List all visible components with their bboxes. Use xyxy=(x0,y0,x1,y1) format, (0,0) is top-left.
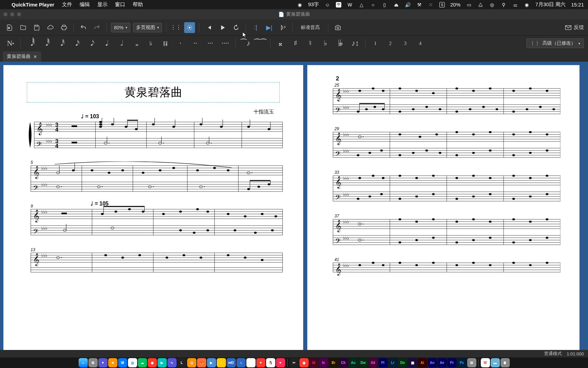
dock-photoshop[interactable]: Ps xyxy=(457,358,467,367)
dock-wps[interactable]: W xyxy=(481,358,490,367)
dock-dreamweaver[interactable]: Dw xyxy=(359,358,368,367)
eject-icon[interactable]: ⏏ xyxy=(393,2,399,8)
redo-button[interactable] xyxy=(92,22,102,33)
new-file-button[interactable] xyxy=(4,22,15,33)
menu-help[interactable]: 帮助 xyxy=(133,1,143,8)
title-frame[interactable]: 黄泉碧落曲 xyxy=(27,82,280,103)
64th-note-button[interactable]: 𝅘𝅥𝅲 xyxy=(24,37,37,49)
dock-indesign[interactable]: Id xyxy=(309,358,318,367)
dock-app15[interactable]: ⊞ xyxy=(467,358,476,367)
dock-musescore[interactable]: mƱ xyxy=(227,358,236,367)
double-dot-button[interactable]: ·· xyxy=(189,37,202,49)
zoom-select[interactable]: 80%▾ xyxy=(111,23,130,32)
dot-button[interactable]: · xyxy=(174,37,187,49)
dock-bridge[interactable]: Br xyxy=(329,358,338,367)
flip-button[interactable]: ♪↕ xyxy=(349,37,362,49)
search-icon[interactable]: ⚲ xyxy=(501,2,507,8)
countdown-button[interactable] xyxy=(277,22,288,33)
dock-app1[interactable]: ✦ xyxy=(98,358,108,367)
tool1-icon[interactable]: ⚒ xyxy=(416,2,422,8)
dock-app13[interactable]: ✂ xyxy=(290,358,299,367)
dock-trash[interactable]: 🗑 xyxy=(501,358,510,367)
dock-app2[interactable]: ★ xyxy=(108,358,117,367)
save-button[interactable] xyxy=(31,22,42,33)
pitch-label[interactable]: 标准音高 xyxy=(297,22,324,33)
feedback-button[interactable]: 反馈 xyxy=(565,24,584,31)
dock-aftereffects[interactable]: Ae xyxy=(438,358,447,367)
flat-button[interactable]: ♭ xyxy=(319,37,332,49)
whole-note-button[interactable]: 𝅝 xyxy=(129,37,142,49)
dock-app5[interactable]: ∿ xyxy=(167,358,177,367)
box-icon[interactable]: ▯ xyxy=(381,2,388,8)
dock-mediaencoder[interactable]: ▦ xyxy=(408,358,417,367)
voice-4-button[interactable]: 4 xyxy=(414,37,427,49)
camera-button[interactable] xyxy=(332,22,343,33)
dock-translate[interactable]: 译 xyxy=(118,358,127,367)
dock-app7[interactable]: ◎ xyxy=(187,358,196,367)
menu-edit[interactable]: 编辑 xyxy=(80,1,90,8)
score-canvas[interactable]: 黄泉碧落曲 十指流玉 ♩ = 103 𝄞𝄢♭♭♭♭♭♭3434 5 𝄞𝄢♭♭♭♭… xyxy=(0,62,588,350)
tie-button[interactable]: ⁀♪ xyxy=(239,37,252,49)
dock-app14[interactable]: ◉ xyxy=(299,358,309,367)
dock-app4[interactable]: ▶ xyxy=(158,358,167,367)
tool2-icon[interactable]: ⁙ xyxy=(428,2,434,8)
circle-icon[interactable]: ○ xyxy=(370,2,376,8)
dock-premiere[interactable]: Pr xyxy=(447,358,457,367)
dock-incopy[interactable]: Ic xyxy=(319,358,328,367)
dock-app9[interactable]: ♪ xyxy=(217,358,226,367)
volume-icon[interactable]: 🔊 xyxy=(405,2,411,8)
8th-note-alt-button[interactable]: 𝅘𝅥𝅮 xyxy=(84,37,97,49)
view-mode-select[interactable]: 多页视图▾ xyxy=(133,23,162,32)
dock-qq[interactable]: 🐧 xyxy=(266,358,275,367)
eye-icon[interactable]: ◎ xyxy=(489,2,495,8)
dock-app8[interactable]: ▶ xyxy=(207,358,216,367)
print-button[interactable] xyxy=(59,22,69,33)
menubar-time[interactable]: 15:21 xyxy=(571,2,584,7)
triple-dot-button[interactable]: ··· xyxy=(204,37,217,49)
16th-note-button[interactable]: 𝅘𝅥𝅰 xyxy=(54,37,67,49)
dock-audition[interactable]: Au xyxy=(349,358,358,367)
dock-app11[interactable]: ✦ xyxy=(256,358,265,367)
dock-safari[interactable]: ◎ xyxy=(128,358,137,367)
repeat-start-button[interactable]: :| xyxy=(250,22,261,33)
app-name[interactable]: QuickTime Player xyxy=(12,2,54,7)
dock-character[interactable]: Ch xyxy=(339,358,348,367)
battery-icon[interactable]: ▭ xyxy=(466,2,472,8)
32nd-note-button[interactable]: 𝅘𝅥𝅱 xyxy=(39,37,52,49)
loop-button[interactable] xyxy=(231,22,242,33)
cloud-button[interactable] xyxy=(45,22,56,33)
ime-icon[interactable]: 中 xyxy=(336,2,341,7)
dock-xd[interactable]: Xd xyxy=(369,358,378,367)
longa-note-button[interactable]: ‖𝅝‖ xyxy=(159,37,172,49)
quad-dot-button[interactable]: ···· xyxy=(219,37,232,49)
quarter-note-button[interactable]: 𝅘𝅥 xyxy=(99,37,112,49)
control-center-icon[interactable]: ⚌ xyxy=(512,2,518,8)
voice-1-button[interactable]: 1 xyxy=(369,37,382,49)
undo-button[interactable] xyxy=(78,22,89,33)
note-input-button[interactable]: N▾ xyxy=(4,37,17,49)
double-sharp-button[interactable]: 𝄪 xyxy=(274,37,287,49)
dock-finder[interactable]: ☺ xyxy=(79,358,88,367)
dock-dimension[interactable]: Dn xyxy=(398,358,407,367)
open-button[interactable] xyxy=(18,22,29,33)
dock-chrome[interactable]: ◕ xyxy=(246,358,256,367)
dock-app12[interactable]: ♥ xyxy=(276,358,285,367)
voice-3-button[interactable]: 3 xyxy=(399,37,412,49)
dock-launchpad[interactable]: ⊞ xyxy=(88,358,98,367)
dock-firefox[interactable]: 🦊 xyxy=(197,358,206,367)
slur-button[interactable]: ⁀⁀ xyxy=(254,37,267,49)
repeat-end-button[interactable]: ▶| xyxy=(264,22,275,33)
sharp-button[interactable]: ♯ xyxy=(289,37,302,49)
record-icon[interactable]: ◉ xyxy=(297,2,303,8)
menu-file[interactable]: 文件 xyxy=(62,1,72,8)
face-icon[interactable]: ☺ xyxy=(324,2,330,8)
wechat-icon[interactable]: W xyxy=(347,2,353,8)
menu-window[interactable]: 窗口 xyxy=(115,1,125,8)
traffic-lights[interactable] xyxy=(3,12,21,16)
dock-prelude[interactable]: Pl xyxy=(378,358,388,367)
siri-icon[interactable]: ◉ xyxy=(524,2,530,8)
document-tab[interactable]: 黄泉碧落曲 ✕ xyxy=(3,51,41,62)
dock-folder[interactable]: ▬ xyxy=(491,358,500,367)
dock-app6[interactable]: L xyxy=(177,358,186,367)
s-icon[interactable]: S xyxy=(439,2,445,7)
